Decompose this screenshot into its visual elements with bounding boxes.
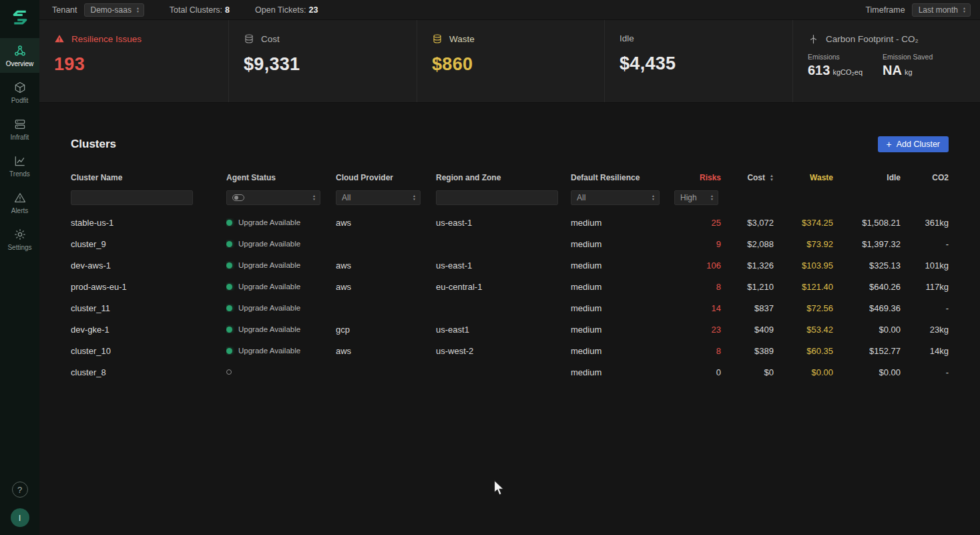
sidebar-item-label: Overview [6, 60, 34, 67]
coins-icon [432, 33, 443, 44]
plus-icon: + [887, 140, 892, 149]
cell-region: us-west-2 [436, 346, 571, 356]
timeframe-select[interactable]: Last month [912, 3, 971, 17]
table-row[interactable]: cluster_10 Upgrade Available aws us-west… [71, 340, 949, 361]
chevron-updown-icon [136, 7, 140, 13]
cell-cloud-provider: aws [336, 218, 436, 228]
column-header-co2: CO2 [901, 173, 949, 182]
clusters-table-body: stable-us-1 Upgrade Available aws us-eas… [71, 212, 949, 383]
cell-cost: $1,210 [721, 282, 774, 292]
overview-icon [13, 44, 27, 57]
kpi-label: Resilience Issues [71, 34, 142, 44]
carbon-saved: Emission Saved NA kg [883, 53, 933, 78]
column-header-cost[interactable]: Cost [721, 173, 774, 182]
add-cluster-button[interactable]: + Add Cluster [878, 136, 949, 152]
cell-idle: $152.77 [833, 346, 901, 356]
sidebar-item-settings[interactable]: Settings [0, 222, 39, 256]
cell-idle: $640.26 [833, 282, 901, 292]
sidebar-item-label: Podfit [11, 97, 29, 104]
agent-status-dot [226, 369, 232, 375]
table-filter-row: All All Hig [71, 188, 949, 208]
column-header-waste: Waste [774, 173, 833, 182]
sidebar-item-podfit[interactable]: Podfit [0, 75, 39, 110]
cloud-provider-filter[interactable]: All [336, 190, 421, 205]
agent-status-dot [226, 305, 232, 311]
avatar[interactable]: I [11, 508, 29, 527]
cell-cluster-name: cluster_11 [71, 303, 226, 313]
carbon-emissions: Emissions 613 kgCO₂eq [808, 53, 863, 78]
kpi-label: Cost [261, 34, 280, 44]
warning-triangle-icon [13, 191, 27, 204]
cell-co2: 14kg [901, 346, 949, 356]
table-row[interactable]: cluster_11 Upgrade Available medium 14 $… [71, 297, 949, 319]
sidebar-item-alerts[interactable]: Alerts [0, 185, 39, 220]
cell-agent-status: Upgrade Available [226, 304, 336, 312]
cell-cluster-name: cluster_8 [71, 367, 226, 377]
cell-agent-status: Upgrade Available [226, 283, 336, 291]
chevron-updown-icon [963, 7, 966, 13]
table-row[interactable]: cluster_8 medium 0 $0 $0.00 $0.00 - [71, 361, 949, 383]
column-header-idle: Idle [833, 173, 901, 182]
wind-turbine-icon [808, 33, 819, 45]
gear-icon [13, 228, 27, 241]
tenant-label: Tenant [52, 5, 77, 15]
sidebar-item-label: Settings [7, 244, 31, 251]
cell-cloud-provider: aws [336, 260, 436, 271]
cell-risks: 0 [674, 367, 721, 377]
cluster-name-filter-input[interactable] [71, 190, 193, 205]
agent-status-filter[interactable] [226, 190, 320, 205]
column-header-cloud-provider: Cloud Provider [336, 173, 436, 182]
sidebar-item-trends[interactable]: Trends [0, 148, 39, 183]
cell-resilience: medium [571, 282, 674, 292]
cell-co2: 117kg [901, 282, 949, 292]
timeframe-label: Timeframe [865, 5, 905, 15]
emission-saved-value: NA [883, 63, 902, 78]
cell-resilience: medium [571, 260, 674, 271]
cell-idle: $0.00 [833, 325, 901, 335]
tenant-select[interactable]: Demo-saas [84, 3, 144, 17]
open-tickets-stat: Open Tickets:23 [255, 5, 318, 15]
cell-cluster-name: dev-aws-1 [71, 260, 226, 271]
cell-co2: 101kg [901, 260, 949, 271]
help-button[interactable]: ? [12, 482, 28, 498]
sidebar-item-infrafit[interactable]: Infrafit [0, 112, 39, 146]
cell-waste: $103.95 [774, 260, 833, 271]
sidebar: Overview Podfit [0, 0, 39, 535]
table-row[interactable]: cluster_9 Upgrade Available medium 9 $2,… [71, 233, 949, 254]
column-header-risks: Risks [674, 173, 721, 182]
chevron-updown-icon [413, 194, 416, 201]
cell-idle: $325.13 [833, 260, 901, 271]
sidebar-item-label: Alerts [11, 207, 29, 214]
agent-status-dot [226, 262, 232, 269]
cell-risks: 14 [674, 303, 721, 313]
app-logo-icon [10, 7, 30, 27]
table-row[interactable]: dev-aws-1 Upgrade Available aws us-east-… [71, 254, 949, 276]
cell-cost: $409 [721, 325, 774, 335]
cell-cost: $1,326 [721, 260, 774, 271]
cell-co2: - [901, 239, 949, 249]
cell-risks: 9 [674, 239, 721, 249]
region-filter-input[interactable] [436, 190, 558, 205]
kpi-value: $4,435 [620, 53, 792, 74]
cell-waste: $53.42 [774, 325, 833, 335]
sidebar-item-overview[interactable]: Overview [0, 38, 39, 73]
table-row[interactable]: dev-gke-1 Upgrade Available gcp us-east1… [71, 319, 949, 340]
resilience-filter[interactable]: All [571, 190, 660, 205]
topbar: Tenant Demo-saas Total Clusters:8 Open T… [39, 0, 980, 20]
table-row[interactable]: prod-aws-eu-1 Upgrade Available aws eu-c… [71, 276, 949, 297]
cell-cloud-provider: aws [336, 282, 436, 292]
cell-cost: $837 [721, 303, 774, 313]
cell-agent-status: Upgrade Available [226, 218, 336, 226]
cell-cost: $389 [721, 346, 774, 356]
kpi-band: Resilience Issues 193 Cost $9,331 [39, 20, 980, 103]
risks-filter[interactable]: High [674, 190, 718, 205]
main-area: Tenant Demo-saas Total Clusters:8 Open T… [39, 0, 980, 535]
chart-icon [13, 154, 27, 168]
warning-icon [54, 33, 65, 44]
table-row[interactable]: stable-us-1 Upgrade Available aws us-eas… [71, 212, 949, 233]
cell-cost: $2,088 [721, 239, 774, 249]
sidebar-bottom: ? I [11, 482, 29, 535]
cell-cloud-provider: aws [336, 346, 436, 356]
kpi-value: $9,331 [244, 54, 417, 75]
cell-region: us-east1 [436, 325, 571, 335]
